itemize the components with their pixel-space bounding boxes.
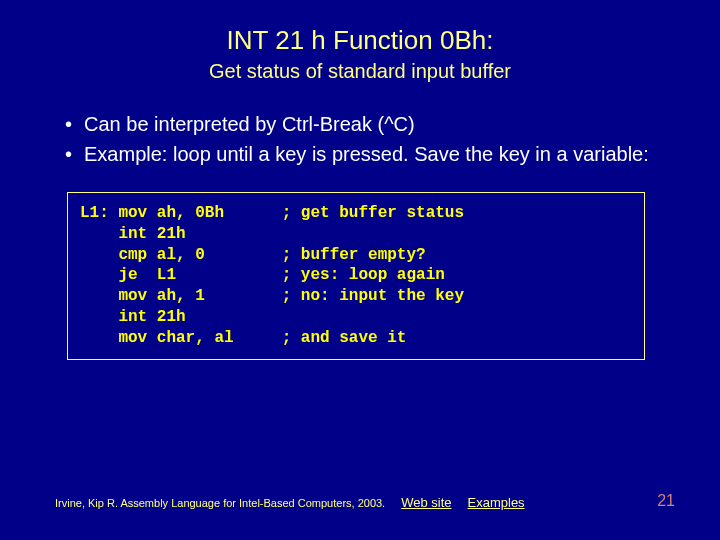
bullet-text: Example: loop until a key is pressed. Sa… (84, 141, 665, 167)
bullet-item: • Example: loop until a key is pressed. … (65, 141, 665, 167)
citation-text: Irvine, Kip R. Assembly Language for Int… (55, 497, 385, 509)
slide-title: INT 21 h Function 0Bh: (55, 25, 665, 56)
page-number: 21 (657, 492, 675, 510)
website-link[interactable]: Web site (401, 495, 451, 510)
bullet-marker-icon: • (65, 141, 72, 167)
slide: INT 21 h Function 0Bh: Get status of sta… (0, 0, 720, 540)
bullet-item: • Can be interpreted by Ctrl-Break (^C) (65, 111, 665, 137)
examples-link[interactable]: Examples (468, 495, 525, 510)
bullet-marker-icon: • (65, 111, 72, 137)
bullet-text: Can be interpreted by Ctrl-Break (^C) (84, 111, 665, 137)
code-box: L1: mov ah, 0Bh ; get buffer status int … (67, 192, 645, 360)
slide-subtitle: Get status of standard input buffer (55, 60, 665, 83)
bullet-list: • Can be interpreted by Ctrl-Break (^C) … (65, 111, 665, 167)
footer: Irvine, Kip R. Assembly Language for Int… (55, 495, 665, 510)
